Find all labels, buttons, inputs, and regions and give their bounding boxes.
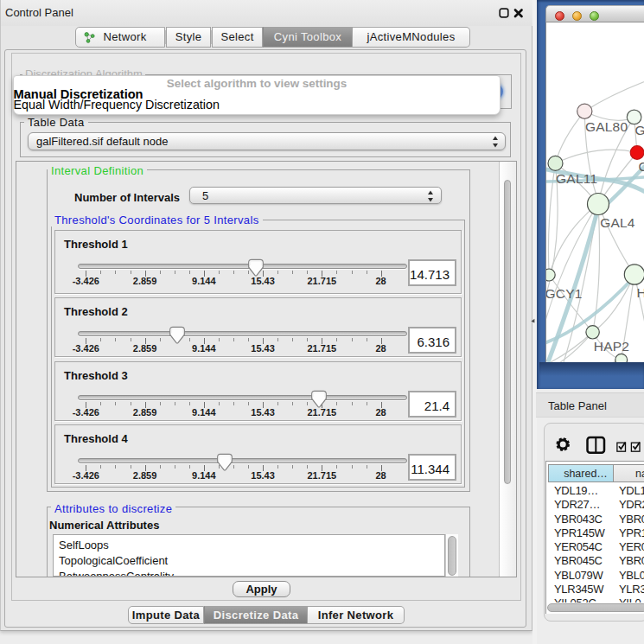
svg-text:YBL079W: YBL079W (554, 569, 603, 582)
svg-text:HIS: HIS (637, 285, 644, 300)
svg-text:YLR3: YLR3 (619, 583, 644, 596)
svg-text:YDL1: YDL1 (619, 484, 644, 497)
svg-text:YBR043C: YBR043C (554, 513, 603, 526)
svg-text:YDR27…: YDR27… (554, 498, 600, 511)
svg-text:GAL80: GAL80 (585, 119, 628, 134)
svg-text:GAL4: GAL4 (600, 215, 635, 230)
svg-text:GAL: GAL (635, 123, 644, 137)
svg-text:YER0: YER0 (619, 540, 644, 553)
svg-text:YPR145W: YPR145W (554, 526, 606, 539)
svg-text:YBR0: YBR0 (619, 554, 644, 567)
svg-text:YBR0: YBR0 (619, 513, 644, 526)
svg-text:YLR345W: YLR345W (554, 583, 604, 596)
svg-text:YPR1: YPR1 (619, 526, 644, 539)
svg-text:YDL19…: YDL19… (554, 484, 598, 497)
svg-text:HAP2: HAP2 (594, 339, 629, 354)
svg-text:YBR045C: YBR045C (554, 554, 603, 567)
svg-text:YBL0: YBL0 (619, 569, 644, 582)
svg-text:YDR2: YDR2 (619, 498, 644, 511)
svg-text:CAL: CAL (639, 159, 644, 174)
svg-text:YER054C: YER054C (554, 540, 603, 553)
svg-text:GAL11: GAL11 (556, 171, 597, 186)
svg-text:GCY1: GCY1 (546, 286, 583, 301)
